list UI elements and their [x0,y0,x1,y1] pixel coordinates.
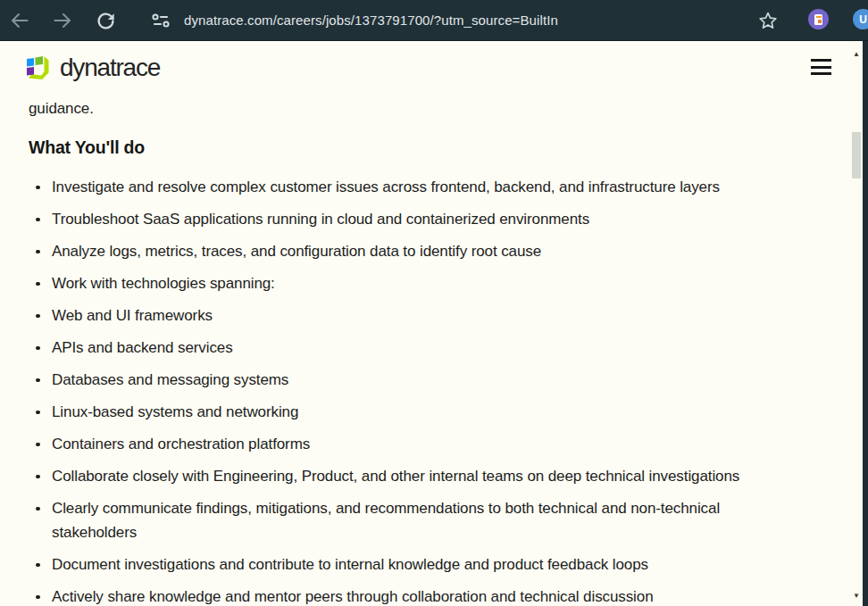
bullet-icon [36,218,40,222]
paragraph-fragment: guidance. [29,100,827,118]
hamburger-icon [811,59,831,62]
tune-sliders-icon [151,13,171,28]
site-info-icon[interactable] [151,13,171,31]
bullet-icon [36,411,40,415]
back-button[interactable] [7,8,32,33]
list-item: Actively share knowledge and mentor peer… [29,585,789,606]
back-arrow-icon [9,10,30,31]
profile-avatar[interactable]: U [853,9,868,29]
list-item: Collaborate closely with Engineering, Pr… [29,464,789,488]
list-item: Troubleshoot SaaS applications running i… [29,207,789,231]
url-bar[interactable]: dynatrace.com/careers/jobs/1373791700/?u… [184,0,558,41]
star-outline-icon [757,10,779,31]
list-item: Investigate and resolve complex customer… [29,175,789,199]
list-item: Work with technologies spanning: [29,271,789,295]
forward-arrow-icon [52,10,73,31]
list-item: Clearly communicate findings, mitigation… [29,496,789,544]
list-item: Databases and messaging systems [29,368,789,392]
reload-button[interactable] [93,8,118,33]
bullet-icon [36,346,40,351]
browser-toolbar: dynatrace.com/careers/jobs/1373791700/?u… [0,0,868,41]
profile-initial: U [859,13,867,26]
bullet-icon [36,563,40,568]
list-item: Analyze logs, metrics, traces, and confi… [29,239,789,263]
bullet-icon [36,186,40,190]
extension-glyph [814,14,822,25]
bullet-icon [36,378,40,383]
list-item: Linux-based systems and networking [29,400,789,424]
site-header: dynatrace [0,41,863,93]
bullet-icon [36,443,40,447]
extension-icon[interactable] [808,9,829,29]
scroll-down-arrow[interactable]: ▼ [850,590,863,602]
bullet-icon [36,282,40,286]
list-item: Web and UI frameworks [29,303,789,328]
scroll-up-arrow[interactable]: ▲ [850,48,863,61]
window-edge [863,41,868,606]
section-heading: What You'll do [29,137,827,158]
bullet-icon [36,250,40,254]
scrollbar-thumb[interactable] [852,132,861,178]
bookmark-star-icon[interactable] [755,8,780,33]
bullet-icon [36,475,40,479]
page-content: dynatrace guidance. What You'll do Inves… [0,41,863,606]
bullet-icon [36,507,40,511]
logo-wordmark: dynatrace [60,55,160,80]
forward-button[interactable] [50,8,75,33]
dynatrace-cube-icon [21,53,52,83]
dynatrace-logo[interactable]: dynatrace [21,53,160,83]
list-item: APIs and backend services [29,336,789,360]
menu-button[interactable] [811,59,831,75]
list-item: Document investigations and contribute t… [29,552,789,577]
list-item: Containers and orchestration platforms [29,432,789,456]
bullet-list: Investigate and resolve complex customer… [29,175,789,606]
job-description: guidance. What You'll do Investigate and… [0,100,863,606]
bullet-icon [36,595,40,600]
page-scrollbar[interactable]: ▲ ▼ [850,41,863,606]
reload-icon [95,10,117,32]
bullet-icon [36,314,40,319]
